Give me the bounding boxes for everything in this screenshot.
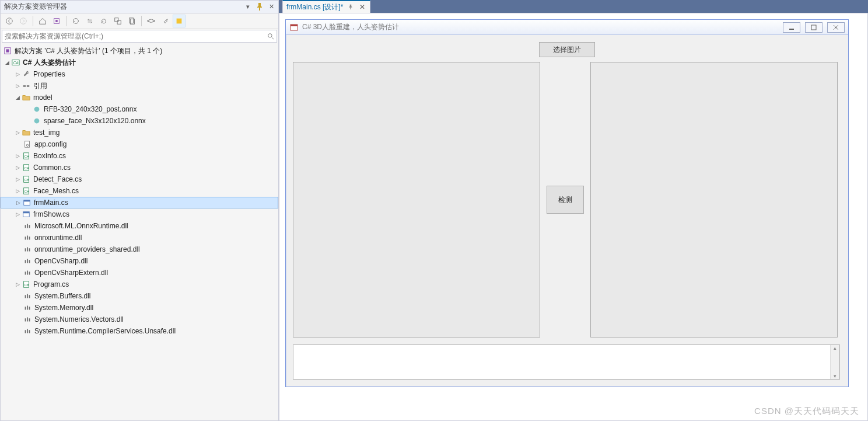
- wrench-icon: [22, 69, 31, 79]
- tree-item-common[interactable]: ▷ C# Common.cs: [1, 162, 278, 173]
- close-window-icon[interactable]: [827, 22, 845, 33]
- svg-rect-59: [27, 329, 28, 333]
- tree-item-dll-onnxprov[interactable]: onnxruntime_providers_shared.dll: [1, 243, 278, 255]
- panel-dropdown-icon[interactable]: ▾: [243, 2, 253, 12]
- tree-item-dll-buffers[interactable]: System.Buffers.dll: [1, 290, 278, 302]
- designer-surface[interactable]: C# 3D人脸重建，人头姿势估计 选择图片 检测: [279, 13, 868, 421]
- winforms-file-icon: [22, 210, 31, 219]
- close-icon[interactable]: ✕: [267, 2, 276, 12]
- tree-item-onnx2[interactable]: sparse_face_Nx3x120x120.onnx: [1, 115, 278, 127]
- form-body: 选择图片 检测 ▴▾: [286, 35, 848, 387]
- chevron-right-icon[interactable]: ▷: [13, 128, 22, 137]
- close-icon[interactable]: ✕: [358, 3, 366, 11]
- tree-item-dll-memory[interactable]: System.Memory.dll: [1, 302, 278, 314]
- svg-rect-43: [29, 260, 30, 263]
- chevron-right-icon[interactable]: ▷: [13, 210, 22, 218]
- tree-solution-row[interactable]: 解决方案 'C# 人头姿势估计' (1 个项目，共 1 个): [1, 45, 278, 57]
- tree-item-dll-mlonnx[interactable]: Microsoft.ML.OnnxRuntime.dll: [1, 220, 278, 232]
- tree-item-dll-numvec[interactable]: System.Numerics.Vectors.dll: [1, 314, 278, 325]
- tree-item-detect-face[interactable]: ▷ C# Detect_Face.cs: [1, 173, 278, 185]
- pending-changes-icon[interactable]: [69, 15, 82, 27]
- forward-icon[interactable]: [17, 15, 30, 27]
- svg-rect-45: [27, 271, 28, 275]
- tree-item-face-mesh[interactable]: ▷ C# Face_Mesh.cs: [1, 185, 278, 197]
- scrollbar[interactable]: ▴▾: [830, 345, 839, 379]
- tree-item-program[interactable]: ▷ C# Program.cs: [1, 279, 278, 290]
- chevron-right-icon[interactable]: ▷: [14, 199, 22, 207]
- svg-rect-38: [25, 248, 26, 251]
- pin-icon[interactable]: [346, 3, 355, 11]
- refresh-icon[interactable]: [97, 15, 110, 27]
- solution-explorer-header: 解决方案资源管理器 ▾ ✕: [1, 1, 278, 13]
- document-area: frmMain.cs [设计]* ✕ C# 3D人脸重建，人头姿势估计 选择图片: [279, 0, 868, 421]
- folder-icon: [22, 93, 31, 102]
- tree-item-dll-unsafe[interactable]: System.Runtime.CompilerServices.Unsafe.d…: [1, 325, 278, 337]
- chevron-right-icon[interactable]: ▷: [13, 175, 22, 183]
- svg-rect-54: [29, 307, 30, 309]
- tree-item-model[interactable]: ◢ model: [1, 92, 278, 103]
- input-picturebox[interactable]: [293, 62, 540, 338]
- home-icon[interactable]: [36, 15, 49, 27]
- output-picturebox[interactable]: [590, 62, 838, 338]
- tree-item-dll-onnxruntime[interactable]: onnxruntime.dll: [1, 232, 278, 243]
- document-tab-strip: frmMain.cs [设计]* ✕: [279, 0, 868, 13]
- winforms-file-icon: [22, 198, 32, 207]
- preview-selected-icon[interactable]: [173, 15, 186, 27]
- references-icon: [22, 81, 31, 91]
- tree-item-onnx1[interactable]: RFB-320_240x320_post.onnx: [1, 103, 278, 115]
- collapse-all-icon[interactable]: [111, 15, 124, 27]
- svg-rect-52: [25, 307, 26, 309]
- solution-search: [2, 30, 277, 43]
- tree-item-references[interactable]: ▷ 引用: [1, 80, 278, 92]
- svg-rect-62: [290, 25, 298, 26]
- properties-icon[interactable]: [159, 15, 172, 27]
- svg-rect-15: [27, 85, 29, 87]
- chevron-down-icon[interactable]: ◢: [13, 93, 22, 102]
- chevron-right-icon[interactable]: ▷: [13, 163, 22, 172]
- select-image-button[interactable]: 选择图片: [539, 42, 595, 57]
- document-tab[interactable]: frmMain.cs [设计]* ✕: [282, 0, 370, 13]
- show-all-files-icon[interactable]: [125, 15, 138, 27]
- log-textbox[interactable]: ▴▾: [293, 345, 840, 380]
- back-icon[interactable]: [3, 15, 16, 27]
- svg-rect-39: [27, 248, 28, 252]
- tree-item-dll-opencvsharpextern[interactable]: OpenCvSharpExtern.dll: [1, 267, 278, 279]
- chevron-down-icon[interactable]: ◢: [3, 58, 11, 67]
- folder-icon: [22, 128, 31, 137]
- svg-point-9: [268, 33, 272, 37]
- svg-rect-8: [177, 18, 182, 23]
- tree-item-app-config[interactable]: app.config: [1, 138, 278, 150]
- view-code-icon[interactable]: <>: [145, 15, 158, 27]
- search-icon[interactable]: [265, 30, 276, 42]
- csharp-project-icon: C#: [11, 58, 20, 67]
- winforms-window[interactable]: C# 3D人脸重建，人头姿势估计 选择图片 检测: [285, 19, 849, 387]
- chevron-right-icon[interactable]: ▷: [13, 187, 22, 195]
- detect-button[interactable]: 检测: [547, 186, 584, 214]
- csharp-file-icon: C#: [22, 280, 31, 289]
- solution-label: 解决方案 'C# 人头姿势估计' (1 个项目，共 1 个): [15, 46, 162, 56]
- minimize-icon[interactable]: [783, 22, 800, 33]
- solution-explorer-toolbar: <>: [1, 13, 278, 29]
- dll-file-icon: [23, 303, 32, 312]
- chevron-right-icon[interactable]: ▷: [13, 280, 22, 288]
- tree-item-test-img[interactable]: ▷ test_img: [1, 127, 278, 138]
- tree-item-dll-opencvsharp[interactable]: OpenCvSharp.dll: [1, 255, 278, 267]
- tree-item-properties[interactable]: ▷ Properties: [1, 68, 278, 80]
- chevron-right-icon[interactable]: ▷: [13, 152, 22, 160]
- chevron-right-icon[interactable]: ▷: [13, 70, 22, 78]
- toolbar-separator: [66, 16, 66, 26]
- search-input[interactable]: [2, 32, 265, 40]
- sync-icon[interactable]: [83, 15, 96, 27]
- dll-file-icon: [23, 256, 32, 266]
- tree-item-frmmain[interactable]: ▷ frmMain.cs: [1, 197, 278, 208]
- maximize-icon[interactable]: [805, 22, 822, 33]
- switch-views-icon[interactable]: [50, 15, 63, 27]
- tree-item-frmshow[interactable]: ▷ frmShow.cs: [1, 208, 278, 220]
- tree-item-boxinfo[interactable]: ▷ C# BoxInfo.cs: [1, 150, 278, 162]
- chevron-right-icon[interactable]: ▷: [13, 82, 22, 90]
- solution-explorer-title: 解决方案资源管理器: [3, 2, 243, 12]
- tree-project-row[interactable]: ◢ C# C# 人头姿势估计: [1, 57, 278, 68]
- svg-point-1: [20, 18, 27, 24]
- pin-icon[interactable]: [255, 2, 264, 12]
- svg-rect-4: [115, 18, 118, 21]
